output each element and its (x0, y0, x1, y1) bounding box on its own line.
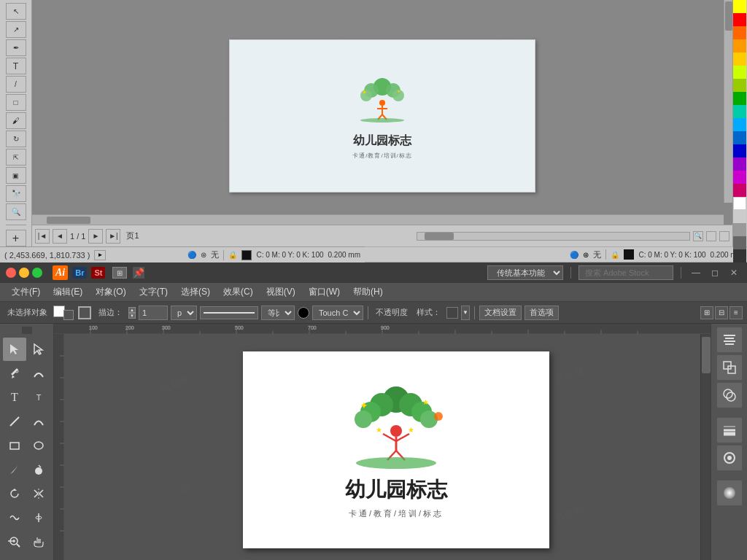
swatch-darkgray[interactable] (733, 236, 746, 249)
swatch-blue[interactable] (733, 131, 746, 144)
tool-paintbrush-top[interactable]: 🖌 (6, 112, 26, 129)
panel-color[interactable] (716, 480, 743, 506)
swatch-red[interactable] (733, 13, 746, 26)
menu-help[interactable]: 帮助(H) (347, 284, 389, 300)
menu-file[interactable]: 文件(F) (6, 284, 46, 300)
swatch-gold[interactable] (733, 52, 746, 66)
tool-add-top[interactable]: + (6, 230, 26, 246)
page-next-btn[interactable]: ► (88, 229, 103, 244)
color-circle[interactable] (298, 307, 309, 319)
win-minimize-btn[interactable]: — (689, 265, 703, 280)
panel-stroke[interactable] (716, 417, 743, 443)
tool-type-bottom[interactable]: T (3, 386, 26, 409)
tool-touch-type[interactable]: T (27, 386, 50, 409)
stroke-unit-select[interactable]: pt (171, 306, 197, 320)
tool-zoom[interactable] (3, 530, 26, 553)
ratio-select[interactable]: 等比 (261, 306, 295, 320)
swatch-teal[interactable] (733, 105, 746, 118)
tool-reflect[interactable] (27, 482, 50, 505)
swatch-purple[interactable] (733, 158, 746, 171)
preferences-btn[interactable]: 首选项 (525, 306, 559, 320)
tool-rotate-top[interactable]: ↻ (6, 131, 26, 147)
nav-ctrl1[interactable] (706, 231, 716, 241)
swatch-darkblue[interactable] (733, 144, 746, 158)
menu-window[interactable]: 窗口(W) (303, 284, 346, 300)
swatch-white[interactable] (733, 197, 746, 210)
st-logo[interactable]: St (91, 267, 105, 279)
swatch-orange[interactable] (733, 26, 746, 39)
workspace-dropdown[interactable]: 传统基本功能 (487, 265, 563, 280)
zoom-icon-top[interactable]: 🔍 (693, 231, 703, 241)
tool-select[interactable] (3, 338, 26, 361)
tool-hand[interactable] (27, 530, 50, 553)
swatch-lime[interactable] (733, 66, 746, 79)
tool-pen-top[interactable]: ✒ (6, 39, 26, 56)
swatch-verydarkgray[interactable] (733, 249, 746, 262)
menu-type[interactable]: 文字(T) (133, 284, 174, 300)
tool-scale-top[interactable]: ⇱ (6, 149, 26, 166)
tool-arc[interactable] (27, 410, 50, 433)
stroke-box[interactable] (63, 310, 74, 320)
tool-rect-bottom[interactable] (3, 434, 26, 457)
menu-edit[interactable]: 编辑(E) (47, 284, 88, 300)
menu-effect[interactable]: 效果(C) (217, 284, 259, 300)
tool-arrow-top[interactable]: ↖ (6, 3, 26, 20)
swatch-pink[interactable] (733, 184, 746, 197)
tool-warp[interactable] (3, 506, 26, 529)
swatch-magenta[interactable] (733, 171, 746, 184)
tool-eyedrop-top[interactable]: 🔭 (6, 185, 26, 202)
page-last-btn[interactable]: ►| (106, 229, 120, 244)
pin-btn[interactable]: 📌 (133, 267, 144, 279)
tool-rect-top[interactable]: □ (6, 94, 26, 111)
panel-align[interactable] (716, 327, 743, 353)
tool-text-top[interactable]: T (6, 58, 26, 74)
play-btn-top[interactable]: ► (94, 250, 106, 260)
tool-ellipse[interactable] (27, 434, 50, 457)
menu-select[interactable]: 选择(S) (175, 284, 216, 300)
arrange-btn2[interactable]: ⊟ (715, 306, 728, 319)
minimize-btn[interactable] (19, 268, 29, 278)
tool-width[interactable] (27, 506, 50, 529)
swatch-lightgray[interactable] (733, 210, 746, 223)
stroke-line-preview[interactable] (200, 306, 258, 319)
swatch-green2[interactable] (733, 79, 746, 92)
scrollbar-vertical-bottom[interactable] (700, 334, 711, 560)
stock-search[interactable] (578, 265, 673, 280)
menu-view[interactable]: 视图(V) (260, 284, 301, 300)
tool-line-top[interactable]: / (6, 76, 26, 93)
tool-blob[interactable] (27, 458, 50, 481)
close-btn[interactable] (6, 268, 16, 278)
hscroll-top[interactable] (417, 232, 690, 241)
stroke-weight-preview[interactable] (78, 306, 91, 319)
view-mode-btn[interactable]: ⊞ (112, 267, 127, 279)
style-dropdown-arrow[interactable]: ▼ (461, 306, 470, 320)
panel-appearance[interactable] (716, 445, 743, 471)
tool-line[interactable] (3, 410, 26, 433)
more-btn[interactable]: ≡ (729, 306, 743, 319)
style-preview[interactable] (446, 307, 458, 319)
page-prev-btn[interactable]: ◄ (53, 229, 67, 244)
stroke-up[interactable]: ▲ (128, 307, 136, 313)
page-first-btn[interactable]: |◄ (35, 229, 50, 244)
stroke-value-input[interactable] (139, 306, 168, 320)
tool-curvature[interactable] (27, 362, 50, 385)
stroke-down[interactable]: ▼ (128, 313, 136, 319)
br-logo[interactable]: Br (72, 267, 87, 279)
doc-settings-btn[interactable]: 文档设置 (479, 306, 522, 320)
swatch-yellow[interactable] (733, 0, 746, 13)
win-close-btn[interactable]: ✕ (727, 265, 741, 280)
scrollbar-horizontal-top[interactable] (32, 214, 724, 225)
swatch-green[interactable] (733, 92, 746, 105)
tool-gradient-top[interactable]: ▣ (6, 167, 26, 184)
tool-pen-bottom[interactable] (3, 362, 26, 385)
swatch-gray[interactable] (733, 223, 746, 236)
panel-pathfinder[interactable] (716, 382, 743, 408)
tool-rotate[interactable] (3, 482, 26, 505)
scrollbar-vertical-top[interactable] (724, 0, 732, 203)
win-restore-btn[interactable]: ◻ (708, 265, 722, 280)
tool-direct-select-top[interactable]: ↗ (6, 21, 26, 38)
nav-ctrl2[interactable] (719, 231, 729, 241)
swatch-skyblue[interactable] (733, 118, 746, 131)
tool-direct-select[interactable] (27, 338, 50, 361)
menu-object[interactable]: 对象(O) (90, 284, 131, 300)
